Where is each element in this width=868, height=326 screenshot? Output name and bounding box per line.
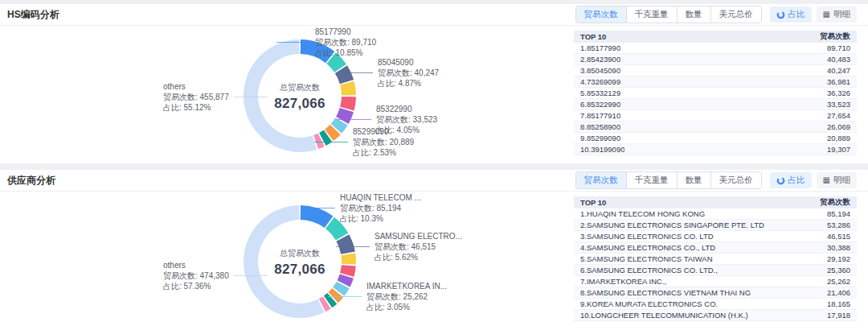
panel-content: 总贸易次数 827,066 HUAQIN TELECOM ... 贸易次数: 8… [0,192,868,326]
ratio-view-button[interactable]: 占比 [770,172,812,188]
leader-line [339,72,373,73]
chart-callout: HUAQIN TELECOM ... 贸易次数: 85,194 占比: 10.3… [340,193,421,225]
hs-code-analysis-panel: HS编码分析 贸易次数 千克重量 数量 美元总价 占比 ▦ 明细 [0,4,868,163]
table-row[interactable]: 2.SAMSUNG ELECTRONICS SINGAPORE PTE. LTD… [574,220,857,231]
supplier-analysis-panel: 供应商分析 贸易次数 千克重量 数量 美元总价 占比 ▦ 明细 [0,170,868,326]
table-body: 1.HUAQIN TELECOM HONG KONG 85,194 2.SAMS… [574,208,857,321]
table-row[interactable]: 9.85299090 20,889 [574,133,857,144]
table-row[interactable]: 1.85177990 89,710 [574,43,857,54]
table-icon: ▦ [823,176,830,184]
table-row[interactable]: 7.85177910 27,654 [574,110,857,122]
toolbar: 贸易次数 千克重量 数量 美元总价 占比 ▦ 明细 [575,6,857,23]
panel-header: 供应商分析 贸易次数 千克重量 数量 美元总价 占比 ▦ 明细 [0,170,868,192]
donut-chart-icon [776,10,785,19]
donut-chart-icon [776,176,785,185]
table-body: 1.85177990 89,710 2.85423900 40,483 3.85… [574,43,857,155]
others-callout: others 贸易次数: 455,877 占比: 55.12% [163,82,229,113]
rank-header: TOP 10 [580,198,606,207]
metric-weight-button[interactable]: 千克重量 [627,172,678,188]
rank-header: TOP 10 [580,32,606,41]
table-header: TOP 10 贸易次数 [574,196,857,208]
table-row[interactable]: 6.85322990 33,523 [574,99,857,110]
table-row[interactable]: 10.39199090 19,307 [574,144,857,155]
detail-view-button[interactable]: ▦ 明细 [817,6,857,23]
chart-callout: IMARKETKOREA IN... 贸易次数: 25,262 占比: 3.05… [366,282,447,313]
top10-table: TOP 10 贸易次数 1.HUAQIN TELECOM HONG KONG 8… [574,196,857,321]
view-toggle-group: 占比 ▦ 明细 [770,6,857,23]
table-row[interactable]: 1.HUAQIN TELECOM HONG KONG 85,194 [574,208,857,220]
value-header: 贸易次数 [820,197,850,208]
table-row[interactable]: 6.SAMSUNG ELECTRONICS CO. LTD., 25,360 [574,265,857,276]
chart-callout: SAMSUNG ELECTRO... 贸易次数: 46,515 占比: 5.62… [375,232,462,263]
view-toggle-group: 占比 ▦ 明细 [770,172,857,188]
panel-content: 总贸易次数 827,066 85177990 贸易次数: 89,710 占比: … [0,26,868,163]
panel-title: 供应商分析 [7,174,55,188]
metric-usd-button[interactable]: 美元总价 [711,172,761,188]
ratio-view-button[interactable]: 占比 [770,6,812,23]
table-row[interactable]: 5.SAMSUNG ELECTRONICS TAIWAN 29,192 [574,254,857,265]
top10-table: TOP 10 贸易次数 1.85177990 89,710 2.85423900… [574,31,857,155]
panel-header: HS编码分析 贸易次数 千克重量 数量 美元总价 占比 ▦ 明细 [0,4,868,26]
table-row[interactable]: 8.85258900 26,069 [574,122,857,133]
table-row[interactable]: 9.KOREA MURATA ELECTRONICS CO. 18,165 [574,299,857,310]
table-row[interactable]: 3.85045090 40,247 [574,65,857,76]
leader-line [336,246,370,247]
leader-line [301,208,335,208]
metric-usd-button[interactable]: 美元总价 [711,6,761,23]
table-row[interactable]: 4.SAMSUNG ELECTRONICS CO., LTD 30,388 [574,242,857,254]
metric-quantity-button[interactable]: 数量 [678,172,711,188]
table-row[interactable]: 2.85423900 40,483 [574,54,857,65]
toolbar: 贸易次数 千克重量 数量 美元总价 占比 ▦ 明细 [575,171,857,189]
table-row[interactable]: 8.SAMSUNG ELECTRONICS VIETNAM THAI NG 21… [574,287,857,299]
table-row[interactable]: 5.85332129 36,326 [574,88,857,99]
leader-line [314,142,348,142]
chart-callout: 85299090 贸易次数: 20,889 占比: 2.53% [353,127,414,159]
table-row[interactable]: 3.SAMSUNG ELECTRONICS CO. LTD 46,515 [574,231,857,242]
donut-slice[interactable] [301,205,334,228]
metric-toggle-group: 贸易次数 千克重量 数量 美元总价 [575,171,762,189]
metric-quantity-button[interactable]: 数量 [678,6,711,23]
leader-line [338,119,371,120]
leader-line [276,42,310,43]
table-row[interactable]: 7.IMARKETKOREA INC., 25,262 [574,276,857,287]
leader-line [234,275,268,276]
others-callout: others 贸易次数: 474,380 占比: 57.36% [163,261,229,292]
metric-trades-button[interactable]: 贸易次数 [576,6,627,23]
leader-line [234,97,268,97]
table-row[interactable]: 4.73269099 36,981 [574,76,857,88]
leader-line [328,296,362,297]
table-header: TOP 10 贸易次数 [574,31,857,43]
metric-toggle-group: 贸易次数 千克重量 数量 美元总价 [575,6,762,23]
metric-trades-button[interactable]: 贸易次数 [576,172,627,188]
chart-callout: 85045090 贸易次数: 40,247 占比: 4.87% [378,58,439,89]
detail-view-button[interactable]: ▦ 明细 [817,172,857,188]
donut-center-total: 总贸易次数 827,066 [252,248,348,278]
panel-title: HS编码分析 [7,8,59,22]
value-header: 贸易次数 [820,31,850,42]
metric-weight-button[interactable]: 千克重量 [627,6,678,23]
table-icon: ▦ [823,10,830,19]
table-row[interactable]: 10.LONGCHEER TELECOMMUNICATION (H.K.) 17… [574,310,857,321]
chart-callout: 85177990 贸易次数: 89,710 占比: 10.85% [315,27,376,59]
